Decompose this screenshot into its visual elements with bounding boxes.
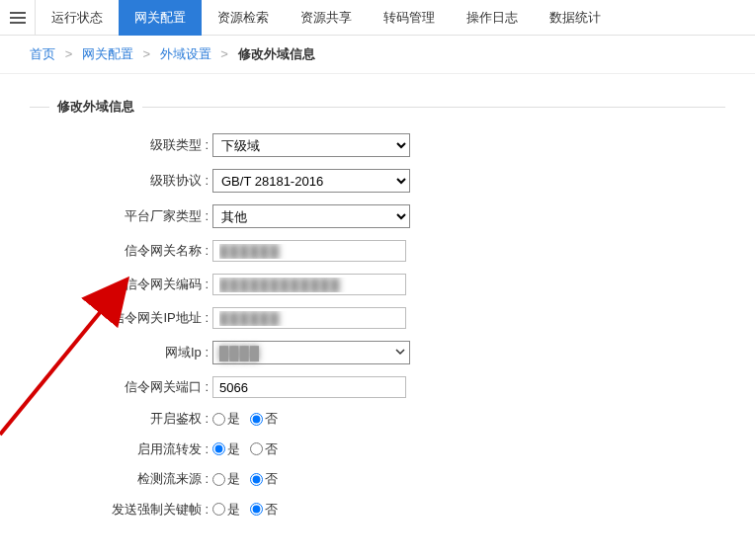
breadcrumb-external-domain[interactable]: 外域设置 (160, 46, 211, 61)
label-vendor-type: 平台厂家类型 : (0, 207, 212, 225)
tab-operation-log[interactable]: 操作日志 (451, 0, 534, 36)
combo-domain-ip[interactable]: ████ (212, 341, 410, 364)
input-gw-ip[interactable] (212, 307, 406, 329)
label-force-keyframe: 发送强制关键帧 : (0, 501, 212, 519)
label-gw-port: 信令网关端口 : (0, 378, 212, 396)
select-cascade-proto[interactable]: GB/T 28181-2016 (212, 169, 410, 193)
radio-stream-yes[interactable]: 是 (212, 440, 240, 458)
hamburger-icon[interactable] (0, 0, 36, 35)
label-gw-ip: 信令网关IP地址 : (0, 309, 212, 327)
input-gw-name[interactable] (212, 240, 406, 262)
radio-detect-no[interactable]: 否 (250, 470, 278, 488)
breadcrumb-current: 修改外域信息 (238, 46, 315, 61)
label-detect-source: 检测流来源 : (0, 470, 212, 488)
chevron-down-icon (391, 346, 409, 360)
tab-resource-search[interactable]: 资源检索 (202, 0, 285, 36)
radio-auth-yes[interactable]: 是 (212, 410, 240, 428)
tab-data-stats[interactable]: 数据统计 (534, 0, 617, 36)
label-gw-name: 信令网关名称 : (0, 242, 212, 260)
input-gw-port[interactable] (212, 376, 406, 398)
section-title: 修改外域信息 (30, 98, 725, 116)
form: 级联类型 : 下级域 级联协议 : GB/T 28181-2016 平台厂家类型… (0, 133, 755, 519)
radio-auth-no[interactable]: 否 (250, 410, 278, 428)
label-domain-ip: 网域Ip : (0, 344, 212, 361)
tab-runtime-status[interactable]: 运行状态 (36, 0, 119, 36)
label-cascade-type: 级联类型 : (0, 136, 212, 154)
label-auth-enable: 开启鉴权 : (0, 410, 212, 428)
section-title-text: 修改外域信息 (57, 98, 134, 116)
label-stream-forward: 启用流转发 : (0, 440, 212, 458)
combo-domain-ip-value: ████ (213, 346, 391, 360)
label-cascade-proto: 级联协议 : (0, 172, 212, 190)
breadcrumb-home[interactable]: 首页 (30, 46, 55, 61)
select-cascade-type[interactable]: 下级域 (212, 133, 410, 157)
tab-gateway-config[interactable]: 网关配置 (119, 0, 202, 36)
tab-resource-share[interactable]: 资源共享 (285, 0, 368, 36)
radio-keyframe-yes[interactable]: 是 (212, 501, 240, 519)
radio-detect-yes[interactable]: 是 (212, 470, 240, 488)
label-gw-code: 信令网关编码 : (0, 276, 212, 293)
input-gw-code[interactable] (212, 274, 406, 295)
top-nav: 运行状态 网关配置 资源检索 资源共享 转码管理 操作日志 数据统计 (0, 0, 755, 36)
radio-keyframe-no[interactable]: 否 (250, 501, 278, 519)
tab-transcode-manage[interactable]: 转码管理 (368, 0, 451, 36)
breadcrumb: 首页 > 网关配置 > 外域设置 > 修改外域信息 (0, 36, 755, 74)
radio-stream-no[interactable]: 否 (250, 440, 278, 458)
breadcrumb-sep: > (220, 46, 228, 61)
select-vendor-type[interactable]: 其他 (212, 204, 410, 228)
breadcrumb-gateway-config[interactable]: 网关配置 (82, 46, 133, 61)
breadcrumb-sep: > (65, 46, 73, 61)
breadcrumb-sep: > (142, 46, 150, 61)
